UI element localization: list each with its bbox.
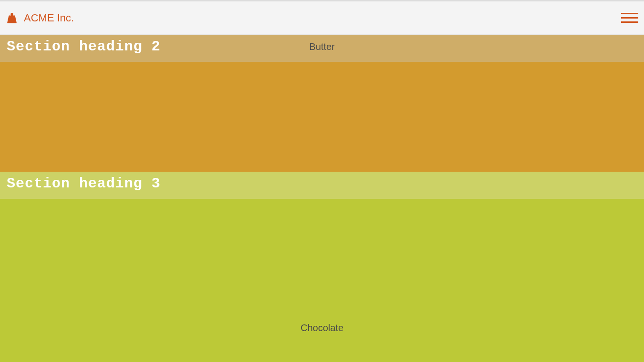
section-3: Section heading 3 Chocolate	[0, 172, 644, 362]
section-2-heading-bar: Section heading 2 Butter	[0, 35, 644, 62]
butter-label: Butter	[309, 41, 334, 52]
main-header: ACME Inc.	[0, 1, 644, 35]
brand-block[interactable]: ACME Inc.	[6, 12, 74, 24]
section-2-body	[0, 62, 644, 172]
hamburger-menu-icon[interactable]	[620, 11, 639, 25]
weight-icon	[6, 12, 18, 24]
brand-title: ACME Inc.	[24, 12, 74, 24]
chocolate-label: Chocolate	[301, 323, 343, 333]
section-3-body: Chocolate	[0, 199, 644, 362]
section-2: Section heading 2 Butter	[0, 35, 644, 172]
section-3-heading-bar: Section heading 3	[0, 172, 644, 199]
section-3-heading: Section heading 3	[0, 172, 644, 198]
